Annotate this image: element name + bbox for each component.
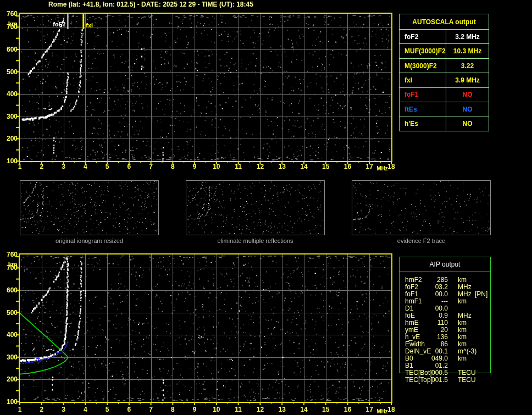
x-tick-label: 14 [298, 163, 310, 170]
x-tick-label: 3 [58, 406, 70, 413]
autoscala-row-value: NO [446, 102, 489, 116]
aip-table-row: TEC[Top]001.5TECU [400, 377, 491, 384]
y-tick-label: 760 [1, 10, 18, 18]
autoscala-table-row: foF23.2 MHz [400, 29, 489, 43]
x-tick-label: 10 [210, 406, 223, 413]
x-tick-label: 7 [145, 163, 157, 170]
autoscala-row-label: MUF(3000)F2 [400, 44, 446, 58]
aip-row-unit: km [458, 298, 467, 305]
x-tick-label: 2 [36, 163, 48, 170]
autoscala-table-row: ftEsNO [400, 102, 489, 116]
autoscala-row-label: h'Es [400, 117, 446, 131]
autoscala-table-row: fxI3.9 MHz [400, 73, 489, 87]
autoscala-output-table: AUTOSCALA output foF23.2 MHzMUF(3000)F21… [399, 14, 489, 131]
aip-row-value: 001.5 [419, 377, 448, 384]
y-axis-unit-label: km [1, 261, 18, 269]
aip-row-unit: km [458, 355, 467, 362]
x-tick-label: 16 [341, 406, 353, 413]
x-tick-label: 5 [101, 163, 113, 170]
x-tick-label: 15 [320, 163, 332, 170]
x-tick-label: 1 [14, 406, 26, 413]
x-tick-label: 5 [101, 406, 113, 413]
y-tick-label: 500 [1, 309, 18, 317]
x-tick-label: 6 [123, 406, 135, 413]
x-tick-label: 13 [276, 163, 288, 170]
autoscala-row-value: NO [446, 117, 489, 131]
autoscala-row-label: fxI [400, 73, 446, 87]
x-tick-label: 4 [79, 406, 91, 413]
autoscala-row-label: foF2 [400, 30, 446, 43]
y-tick-label: 400 [1, 90, 18, 98]
autoscala-table-title: AUTOSCALA output [400, 14, 489, 29]
autoscala-row-value: NO [446, 88, 489, 102]
x-tick-label: 3 [58, 163, 70, 170]
x-tick-label: 4 [79, 163, 91, 170]
x-tick-label: 17 [363, 163, 375, 170]
aip-row-unit: TECU [458, 377, 476, 384]
autoscala-row-value: 3.2 MHz [446, 30, 489, 43]
x-axis-unit-label: MHz [376, 408, 388, 414]
fof2-marker-label: foF2 [45, 21, 65, 27]
y-tick-label: 200 [1, 135, 18, 142]
y-tick-label: 200 [1, 375, 18, 383]
autoscala-row-label: M(3000)F2 [400, 59, 446, 73]
x-tick-label: 17 [363, 406, 375, 413]
x-tick-label: 15 [320, 406, 332, 413]
y-tick-label: 760 [1, 251, 18, 258]
x-tick-label: 13 [276, 406, 288, 413]
autoscala-table-row: h'EsNO [400, 117, 489, 131]
autoscala-row-value: 10.3 MHz [446, 44, 489, 58]
x-tick-label: 7 [145, 406, 157, 413]
x-tick-label: 1 [14, 163, 26, 170]
autoscala-table-row: MUF(3000)F210.3 MHz [400, 43, 489, 58]
x-axis-unit-label: MHz [376, 165, 388, 171]
thumbnail-caption-eliminate: eliminate multiple reflections [186, 237, 325, 244]
aip-table-title: AIP output [400, 257, 490, 272]
x-tick-label: 14 [298, 406, 310, 413]
autoscala-row-label: ftEs [400, 102, 446, 116]
x-tick-label: 8 [167, 406, 179, 413]
x-tick-label: 16 [341, 163, 353, 170]
x-tick-label: 9 [189, 406, 201, 413]
y-tick-label: 500 [1, 68, 18, 76]
x-tick-label: 2 [36, 406, 48, 413]
autoscala-row-value: 3.22 [446, 59, 489, 73]
page-title: Rome (lat: +41.8, lon: 012.5) - DATE: 20… [48, 1, 253, 8]
thumbnail-caption-original: original ionogram resized [20, 237, 159, 244]
overlay-layer: Rome (lat: +41.8, lon: 012.5) - DATE: 20… [0, 0, 532, 415]
aip-output-table: AIP output hmF2285kmfoF203.2MHzfoF100.0M… [399, 257, 491, 373]
fxi-marker-label: fxi [86, 22, 93, 29]
aip-row-extra: [PN] [475, 291, 487, 298]
x-tick-label: 12 [254, 163, 266, 170]
x-tick-label: 10 [210, 163, 223, 170]
y-axis-unit-label: km [1, 20, 18, 28]
thumbnail-caption-evidence: evidence F2 trace [352, 237, 491, 244]
autoscala-table-row: foF1NO [400, 87, 489, 102]
y-tick-label: 600 [1, 286, 18, 294]
y-tick-label: 400 [1, 331, 18, 339]
x-tick-label: 6 [123, 163, 135, 170]
autoscala-table-row: M(3000)F23.22 [400, 58, 489, 73]
y-tick-label: 100 [1, 398, 18, 406]
x-tick-label: 12 [254, 406, 266, 413]
y-tick-label: 300 [1, 353, 18, 361]
autoscala-row-label: foF1 [400, 88, 446, 102]
x-tick-label: 8 [167, 163, 179, 170]
y-tick-label: 300 [1, 113, 18, 120]
x-tick-label: 11 [232, 406, 245, 413]
autoscala-row-value: 3.9 MHz [446, 73, 489, 87]
y-tick-label: 600 [1, 46, 18, 53]
x-tick-label: 9 [189, 163, 201, 170]
x-tick-label: 11 [232, 163, 245, 170]
